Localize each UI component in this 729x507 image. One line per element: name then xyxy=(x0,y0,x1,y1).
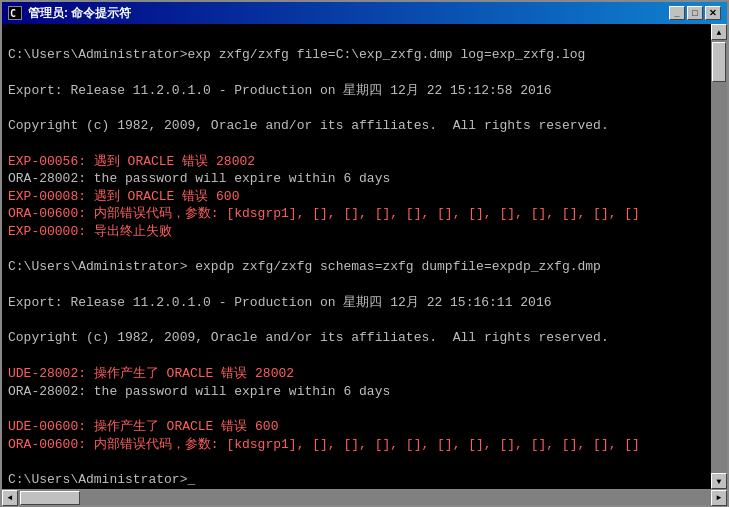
console-error-line: UDE-00600: 操作产生了 ORACLE 错误 600 xyxy=(8,418,705,436)
console-empty-line xyxy=(8,64,705,82)
console-normal-line: Export: Release 11.2.0.1.0 - Production … xyxy=(8,294,705,312)
console-normal-line: C:\Users\Administrator>exp zxfg/zxfg fil… xyxy=(8,46,705,64)
minimize-button[interactable]: _ xyxy=(669,6,685,20)
cmd-icon: C xyxy=(8,6,22,20)
title-bar: C 管理员: 命令提示符 _ □ ✕ xyxy=(2,2,727,24)
scroll-up-button[interactable]: ▲ xyxy=(711,24,727,40)
scroll-track-h[interactable] xyxy=(18,490,711,505)
console-error-line: ORA-00600: 内部错误代码，参数: [kdsgrp1], [], [],… xyxy=(8,436,705,454)
console-normal-line: Export: Release 11.2.0.1.0 - Production … xyxy=(8,82,705,100)
console-empty-line xyxy=(8,400,705,418)
console-normal-line: Copyright (c) 1982, 2009, Oracle and/or … xyxy=(8,329,705,347)
console-error-line: EXP-00000: 导出终止失败 xyxy=(8,223,705,241)
console-normal-line: ORA-28002: the password will expire with… xyxy=(8,170,705,188)
console-empty-line xyxy=(8,347,705,365)
title-bar-controls: _ □ ✕ xyxy=(669,6,721,20)
console-empty-line xyxy=(8,240,705,258)
console-normal-line: C:\Users\Administrator> expdp zxfg/zxfg … xyxy=(8,258,705,276)
scroll-thumb-h[interactable] xyxy=(20,491,80,505)
horizontal-scrollbar[interactable]: ◄ ► xyxy=(2,489,727,505)
console-content[interactable]: C:\Users\Administrator>exp zxfg/zxfg fil… xyxy=(2,24,711,489)
console-error-line: EXP-00056: 遇到 ORACLE 错误 28002 xyxy=(8,153,705,171)
console-empty-line xyxy=(8,28,705,46)
scroll-left-button[interactable]: ◄ xyxy=(2,490,18,506)
window-title: 管理员: 命令提示符 xyxy=(28,5,131,22)
console-empty-line xyxy=(8,276,705,294)
title-bar-left: C 管理员: 命令提示符 xyxy=(8,5,131,22)
scroll-down-button[interactable]: ▼ xyxy=(711,473,727,489)
cmd-window: C 管理员: 命令提示符 _ □ ✕ C:\Users\Administrato… xyxy=(0,0,729,507)
scroll-track-v[interactable] xyxy=(711,40,727,473)
console-area: C:\Users\Administrator>exp zxfg/zxfg fil… xyxy=(2,24,727,489)
scroll-right-button[interactable]: ► xyxy=(711,490,727,506)
console-error-line: EXP-00008: 遇到 ORACLE 错误 600 xyxy=(8,188,705,206)
close-button[interactable]: ✕ xyxy=(705,6,721,20)
console-normal-line: Copyright (c) 1982, 2009, Oracle and/or … xyxy=(8,117,705,135)
console-normal-line: C:\Users\Administrator>_ xyxy=(8,471,705,489)
console-empty-line xyxy=(8,311,705,329)
console-empty-line xyxy=(8,135,705,153)
console-empty-line xyxy=(8,453,705,471)
console-error-line: UDE-28002: 操作产生了 ORACLE 错误 28002 xyxy=(8,365,705,383)
scroll-thumb-v[interactable] xyxy=(712,42,726,82)
maximize-button[interactable]: □ xyxy=(687,6,703,20)
console-empty-line xyxy=(8,99,705,117)
console-normal-line: ORA-28002: the password will expire with… xyxy=(8,383,705,401)
vertical-scrollbar[interactable]: ▲ ▼ xyxy=(711,24,727,489)
svg-text:C: C xyxy=(10,8,16,19)
console-error-line: ORA-00600: 内部错误代码，参数: [kdsgrp1], [], [],… xyxy=(8,205,705,223)
